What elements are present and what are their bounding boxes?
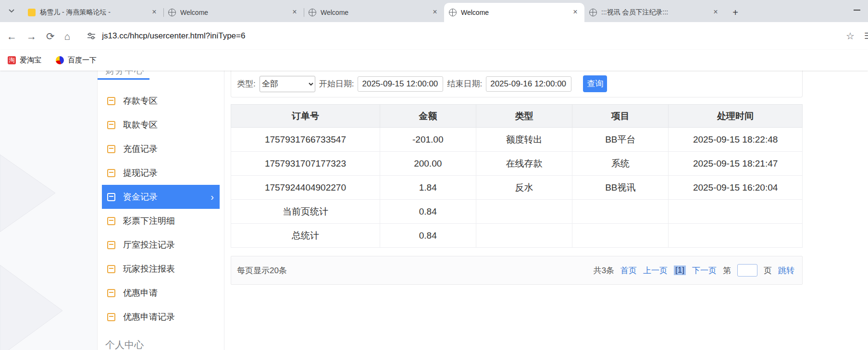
sidebar-item-label: 彩票下注明细 bbox=[123, 215, 175, 227]
sidebar: 财务中心 存款专区 › 取款专区 › 充值记录 › 提现记录 › 资金记录 › … bbox=[97, 71, 224, 350]
bookmark-label: 百度一下 bbox=[68, 56, 97, 65]
end-date-input[interactable] bbox=[486, 76, 571, 92]
table-cell: 当前页统计 bbox=[231, 200, 380, 224]
table-header-cell: 项目 bbox=[572, 105, 669, 128]
minimize-button[interactable] bbox=[854, 10, 860, 11]
tab-title: :::视讯 会员下注纪录::: bbox=[601, 8, 707, 17]
tab-close-icon[interactable]: × bbox=[431, 8, 439, 17]
sidebar-section-title: 财务中心 bbox=[105, 71, 144, 77]
query-button[interactable]: 查询 bbox=[583, 75, 607, 92]
sidebar-item[interactable]: 厅室投注记录 › bbox=[98, 233, 224, 257]
records-tbody: 1757931766733547-201.00额度转出BB平台2025-09-1… bbox=[231, 128, 803, 248]
sidebar-item[interactable]: 取款专区 › bbox=[98, 113, 224, 137]
browser-tab[interactable]: Welcome × bbox=[444, 3, 584, 22]
table-header-cell: 类型 bbox=[476, 105, 572, 128]
sidebar-item[interactable]: 彩票下注明细 › bbox=[98, 209, 224, 233]
site-settings-icon[interactable] bbox=[87, 31, 96, 41]
table-header-cell: 处理时间 bbox=[669, 105, 803, 128]
next-page-link[interactable]: 下一页 bbox=[692, 265, 717, 276]
sidebar-item[interactable]: 资金记录 › bbox=[102, 185, 220, 209]
menu-icon bbox=[107, 169, 115, 177]
table-cell: 0.84 bbox=[380, 224, 476, 248]
table-cell: 200.00 bbox=[380, 152, 476, 176]
menu-icon bbox=[107, 313, 115, 321]
globe-icon bbox=[309, 9, 316, 16]
end-date-label: 结束日期: bbox=[447, 78, 482, 89]
table-cell bbox=[669, 200, 803, 224]
prev-page-link[interactable]: 上一页 bbox=[643, 265, 668, 276]
pagination-bar: 每页显示20条 共3条 首页 上一页 [1] 下一页 第 页 跳转 bbox=[231, 256, 803, 285]
browser-tab-bar: 杨雪儿 - 海燕策略论坛 - × Welcome × Welcome × Wel… bbox=[0, 0, 868, 22]
start-date-label: 开始日期: bbox=[319, 78, 354, 89]
back-button[interactable]: ← bbox=[7, 31, 17, 41]
globe-icon bbox=[168, 9, 176, 16]
table-cell: 1757931707177323 bbox=[231, 152, 380, 176]
reload-button[interactable]: ⟳ bbox=[46, 31, 55, 41]
tab-close-icon[interactable]: × bbox=[290, 8, 299, 17]
sidebar-item[interactable]: 优惠申请 › bbox=[98, 281, 224, 305]
tab-close-icon[interactable]: × bbox=[711, 8, 720, 17]
browser-tab[interactable]: 杨雪儿 - 海燕策略论坛 - × bbox=[23, 3, 163, 22]
table-header-row: 订单号金额类型项目处理时间 bbox=[231, 105, 803, 128]
records-table: 订单号金额类型项目处理时间 1757931766733547-201.00额度转… bbox=[231, 104, 803, 248]
new-tab-button[interactable]: + bbox=[729, 6, 742, 19]
sidebar-item-label: 存款专区 bbox=[123, 95, 158, 107]
toolbar-menu-icon[interactable]: ☰ bbox=[864, 31, 868, 41]
table-cell: 1757924404902270 bbox=[231, 176, 380, 200]
tab-close-icon[interactable]: × bbox=[571, 8, 580, 17]
menu-icon bbox=[107, 121, 115, 129]
section-active-underline bbox=[98, 78, 149, 80]
browser-tab[interactable]: Welcome × bbox=[163, 3, 304, 22]
total-count-label: 共3条 bbox=[594, 265, 614, 276]
browser-tab[interactable]: :::视讯 会员下注纪录::: × bbox=[584, 3, 725, 22]
menu-icon bbox=[107, 193, 115, 201]
sidebar-item[interactable]: 充值记录 › bbox=[98, 137, 224, 161]
bookmark-star-icon[interactable]: ☆ bbox=[846, 30, 855, 42]
table-cell: 系统 bbox=[572, 152, 669, 176]
table-cell: 1.84 bbox=[380, 176, 476, 200]
browser-tab[interactable]: Welcome × bbox=[304, 3, 444, 22]
url-text[interactable]: js13.cc/hhcp/usercenter.html?iniType=6 bbox=[102, 31, 840, 41]
page-jump-input[interactable] bbox=[737, 264, 757, 277]
table-header-cell: 订单号 bbox=[231, 105, 380, 128]
sidebar-item-label: 取款专区 bbox=[123, 119, 158, 131]
sidebar-item[interactable]: 存款专区 › bbox=[98, 89, 224, 113]
bookmark-item[interactable]: 淘 爱淘宝 bbox=[8, 56, 41, 65]
sidebar-item[interactable]: 提现记录 › bbox=[98, 161, 224, 185]
main-content: 类型: 全部 开始日期: 结束日期: 查询 订单号金额类型项目处理时间 1757… bbox=[231, 71, 803, 285]
first-page-link[interactable]: 首页 bbox=[620, 265, 637, 276]
table-cell: BB平台 bbox=[572, 128, 669, 152]
type-label: 类型: bbox=[237, 78, 256, 89]
tab-search-button[interactable] bbox=[6, 5, 17, 17]
tab-title: Welcome bbox=[180, 9, 286, 16]
table-cell bbox=[476, 224, 572, 248]
bookmark-item[interactable]: 百度一下 bbox=[56, 56, 97, 65]
forum-icon bbox=[28, 9, 36, 16]
sidebar-item[interactable]: 玩家投注报表 › bbox=[98, 257, 224, 281]
forward-button[interactable]: → bbox=[26, 31, 37, 41]
sidebar-item[interactable]: 优惠申请记录 › bbox=[98, 305, 224, 329]
table-cell bbox=[572, 200, 669, 224]
pagination-controls: 共3条 首页 上一页 [1] 下一页 第 页 跳转 bbox=[594, 264, 794, 277]
table-row: 总统计0.84 bbox=[231, 224, 803, 248]
type-select[interactable]: 全部 bbox=[260, 76, 315, 92]
menu-icon bbox=[107, 289, 115, 297]
table-cell: 2025-09-15 18:21:47 bbox=[669, 152, 803, 176]
jump-link[interactable]: 跳转 bbox=[778, 265, 794, 276]
table-cell: 在线存款 bbox=[476, 152, 572, 176]
decorative-triangles bbox=[0, 71, 97, 350]
menu-icon bbox=[107, 217, 115, 225]
table-cell: 2025-09-15 18:22:48 bbox=[669, 128, 803, 152]
tab-strip: 杨雪儿 - 海燕策略论坛 - × Welcome × Welcome × Wel… bbox=[23, 3, 725, 22]
tab-close-icon[interactable]: × bbox=[150, 8, 159, 17]
sidebar-item-label: 资金记录 bbox=[123, 191, 158, 203]
table-cell: 1757931766733547 bbox=[231, 128, 380, 152]
table-row: 1757931766733547-201.00额度转出BB平台2025-09-1… bbox=[231, 128, 803, 152]
jump-label-post: 页 bbox=[764, 265, 772, 276]
table-cell: 反水 bbox=[476, 176, 572, 200]
start-date-input[interactable] bbox=[358, 76, 443, 92]
globe-icon bbox=[449, 9, 457, 16]
table-cell bbox=[476, 200, 572, 224]
address-bar[interactable]: js13.cc/hhcp/usercenter.html?iniType=6 ☆ bbox=[80, 27, 861, 45]
home-button[interactable]: ⌂ bbox=[64, 31, 71, 41]
